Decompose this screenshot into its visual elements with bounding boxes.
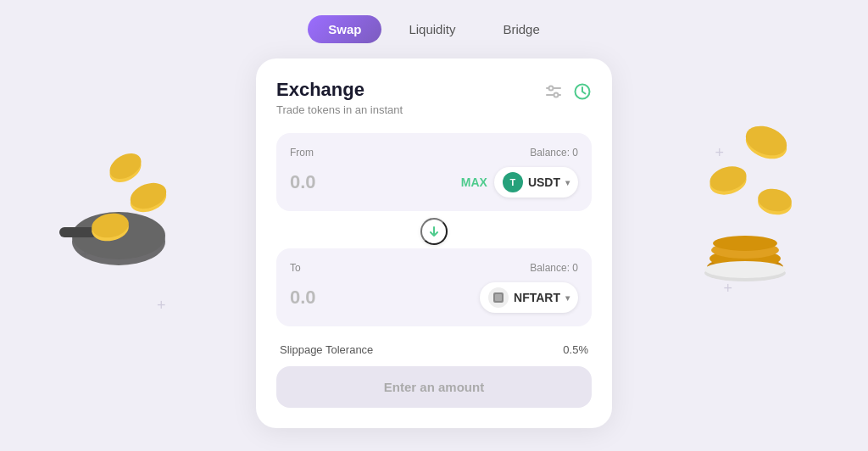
from-token-controls: MAX T USDT ▾ [461,167,578,198]
history-icon-button[interactable] [573,82,592,101]
usdt-icon: T [503,172,523,192]
tab-liquidity[interactable]: Liquidity [388,15,476,43]
svg-point-1 [72,212,165,259]
plus-decor-6: + [723,280,732,298]
svg-point-24 [554,93,559,97]
svg-point-18 [713,236,777,251]
svg-point-11 [707,166,749,198]
nav-tabs: Swap Liquidity Bridge [308,15,560,43]
nftart-icon-svg [492,291,505,304]
max-button[interactable]: MAX [461,175,487,189]
svg-rect-2 [59,227,97,237]
slippage-row: Slippage Tolerance 0.5% [276,333,592,359]
to-label-row: To Balance: 0 [290,262,578,274]
card-title-area: Exchange Trade tokens in an instant [276,79,403,116]
nftart-icon [488,287,509,308]
svg-point-9 [742,124,791,164]
swap-direction-button[interactable] [420,218,448,245]
card-subtitle: Trade tokens in an instant [276,103,403,116]
svg-point-13 [756,190,793,218]
slippage-label: Slippage Tolerance [280,343,373,356]
plus-decor-3: + [157,297,166,315]
arrow-down-icon [428,226,440,237]
chevron-down-icon-to: ▾ [565,293,570,303]
pan-decoration [51,153,186,275]
to-balance: Balance: 0 [530,262,578,274]
plus-decor-4: + [715,144,724,162]
svg-rect-27 [495,294,502,301]
svg-point-19 [704,264,786,281]
tab-bridge[interactable]: Bridge [482,15,559,43]
to-input-row: 0.0 NFTART ▾ [290,282,578,313]
svg-point-5 [127,181,170,216]
card-title: Exchange [276,79,403,101]
slippage-value: 0.5% [563,343,588,356]
svg-point-20 [704,261,786,278]
card-header: Exchange Trade tokens in an instant [276,79,592,116]
svg-point-10 [742,120,791,160]
plus-decor-5: + [778,195,787,213]
from-label-row: From Balance: 0 [290,147,578,159]
from-balance: Balance: 0 [530,147,578,159]
from-token-label: USDT [528,175,560,189]
from-token-select[interactable]: T USDT ▾ [494,167,578,198]
tab-swap[interactable]: Swap [308,15,381,43]
to-panel: To Balance: 0 0.0 NFTART ▾ [276,248,592,326]
to-amount: 0.0 [290,287,316,309]
svg-point-15 [707,257,783,277]
swap-arrow-container [276,218,592,245]
chevron-down-icon: ▾ [565,178,570,187]
to-token-select[interactable]: NFTART ▾ [480,282,578,313]
svg-point-17 [711,242,779,259]
card-action-icons [544,82,592,101]
sliders-icon [544,82,563,101]
svg-point-12 [707,163,749,195]
svg-point-16 [709,249,781,268]
from-amount: 0.0 [290,171,316,193]
to-label: To [290,262,301,274]
svg-point-0 [72,218,165,265]
to-token-controls: NFTART ▾ [480,282,578,313]
exchange-card: Exchange Trade tokens in an instant [256,58,612,428]
from-panel: From Balance: 0 0.0 MAX T USDT ▾ [276,133,592,211]
clock-icon [573,82,592,101]
svg-point-4 [90,210,131,240]
enter-amount-button[interactable]: Enter an amount [276,366,592,408]
plus-decor-2: + [81,246,90,264]
svg-point-7 [105,153,146,187]
svg-point-23 [549,86,554,91]
svg-point-8 [105,153,146,184]
to-token-label: NFTART [514,291,560,304]
coins-decoration [682,119,817,292]
plus-decor-1: + [110,170,120,187]
settings-icon-button[interactable] [544,82,563,101]
svg-point-3 [90,214,131,243]
svg-point-6 [127,178,170,213]
from-label: From [290,147,314,159]
from-input-row: 0.0 MAX T USDT ▾ [290,167,578,198]
svg-point-14 [756,187,793,214]
